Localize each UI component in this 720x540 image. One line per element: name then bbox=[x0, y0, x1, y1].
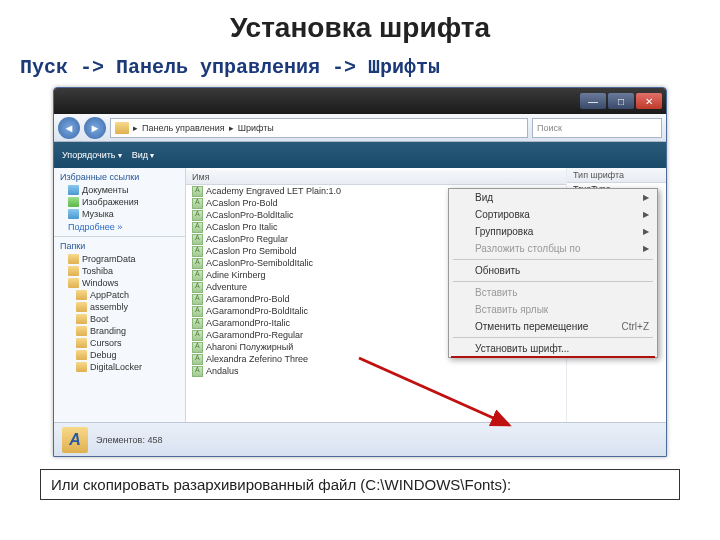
view-menu[interactable]: Вид bbox=[132, 150, 155, 160]
context-menu-item[interactable]: Группировка▶ bbox=[449, 223, 657, 240]
font-file-icon bbox=[192, 282, 203, 293]
folders-header: Папки bbox=[54, 236, 185, 253]
sidebar: Избранные ссылки ДокументыИзображенияМуз… bbox=[54, 168, 186, 422]
address-seg-2[interactable]: Шрифты bbox=[238, 123, 274, 133]
column-name-header[interactable]: Имя bbox=[186, 170, 566, 185]
folder-icon bbox=[76, 302, 87, 312]
link-icon bbox=[68, 185, 79, 195]
slide-title: Установка шрифта bbox=[0, 12, 720, 44]
titlebar: — □ ✕ bbox=[54, 88, 666, 114]
context-menu-item[interactable]: Отменить перемещениеCtrl+Z bbox=[449, 318, 657, 335]
font-file-icon bbox=[192, 222, 203, 233]
menu-separator bbox=[453, 259, 653, 260]
sidebar-folder-item[interactable]: Toshiba bbox=[54, 265, 185, 277]
folder-icon bbox=[76, 362, 87, 372]
menu-separator bbox=[453, 281, 653, 282]
sidebar-folder-item[interactable]: DigitalLocker bbox=[54, 361, 185, 373]
font-file-icon bbox=[192, 294, 203, 305]
back-button[interactable]: ◄ bbox=[58, 117, 80, 139]
context-menu-item[interactable]: Установить шрифт... bbox=[449, 340, 657, 357]
folder-icon bbox=[76, 314, 87, 324]
font-file-icon bbox=[192, 186, 203, 197]
submenu-arrow-icon: ▶ bbox=[643, 244, 649, 253]
folder-icon bbox=[68, 254, 79, 264]
context-menu-item[interactable]: Сортировка▶ bbox=[449, 206, 657, 223]
organize-menu[interactable]: Упорядочить bbox=[62, 150, 122, 160]
font-file-icon bbox=[192, 318, 203, 329]
link-icon bbox=[68, 209, 79, 219]
font-file-icon bbox=[192, 246, 203, 257]
fonts-folder-icon: A bbox=[62, 427, 88, 453]
font-file-icon bbox=[192, 258, 203, 269]
font-file-icon bbox=[192, 234, 203, 245]
font-file-icon bbox=[192, 354, 203, 365]
folder-icon bbox=[68, 278, 79, 288]
forward-button[interactable]: ► bbox=[84, 117, 106, 139]
toolbar: Упорядочить Вид bbox=[54, 142, 666, 168]
search-input[interactable]: Поиск bbox=[532, 118, 662, 138]
footer-note: Или скопировать разархивированный файл (… bbox=[40, 469, 680, 500]
sidebar-folder-item[interactable]: ProgramData bbox=[54, 253, 185, 265]
folder-icon bbox=[76, 290, 87, 300]
context-menu-item[interactable]: Вид▶ bbox=[449, 189, 657, 206]
folder-icon bbox=[68, 266, 79, 276]
font-file-icon bbox=[192, 330, 203, 341]
context-menu-item: Вставить bbox=[449, 284, 657, 301]
font-file-icon bbox=[192, 210, 203, 221]
submenu-arrow-icon: ▶ bbox=[643, 210, 649, 219]
context-menu-item[interactable]: Обновить bbox=[449, 262, 657, 279]
minimize-button[interactable]: — bbox=[580, 93, 606, 109]
folder-icon bbox=[76, 326, 87, 336]
sidebar-fav-item[interactable]: Музыка bbox=[54, 208, 185, 220]
sidebar-fav-item[interactable]: Документы bbox=[54, 184, 185, 196]
navbar: ◄ ► ▸ Панель управления ▸ Шрифты Поиск bbox=[54, 114, 666, 142]
sidebar-folder-item[interactable]: Boot bbox=[54, 313, 185, 325]
font-file-icon bbox=[192, 366, 203, 377]
font-file-icon bbox=[192, 306, 203, 317]
font-file-icon bbox=[192, 270, 203, 281]
status-text: Элементов: 458 bbox=[96, 435, 162, 445]
sidebar-folder-item[interactable]: Windows bbox=[54, 277, 185, 289]
statusbar: A Элементов: 458 bbox=[54, 422, 666, 456]
favorites-header: Избранные ссылки bbox=[54, 168, 185, 184]
link-icon bbox=[68, 197, 79, 207]
font-file-icon bbox=[192, 198, 203, 209]
sidebar-folder-item[interactable]: Branding bbox=[54, 325, 185, 337]
menu-separator bbox=[453, 337, 653, 338]
column-type-header[interactable]: Тип шрифта bbox=[567, 168, 666, 183]
close-button[interactable]: ✕ bbox=[636, 93, 662, 109]
address-bar[interactable]: ▸ Панель управления ▸ Шрифты bbox=[110, 118, 528, 138]
sidebar-fav-item[interactable]: Изображения bbox=[54, 196, 185, 208]
file-row[interactable]: Andalus bbox=[186, 365, 566, 377]
address-seg-1[interactable]: Панель управления bbox=[142, 123, 225, 133]
folder-icon bbox=[115, 122, 129, 134]
sidebar-folder-item[interactable]: Debug bbox=[54, 349, 185, 361]
submenu-arrow-icon: ▶ bbox=[643, 227, 649, 236]
sidebar-folder-item[interactable]: AppPatch bbox=[54, 289, 185, 301]
sidebar-folder-item[interactable]: assembly bbox=[54, 301, 185, 313]
context-menu-item: Вставить ярлык bbox=[449, 301, 657, 318]
more-link[interactable]: Подробнее » bbox=[54, 220, 185, 234]
folder-icon bbox=[76, 350, 87, 360]
folder-icon bbox=[76, 338, 87, 348]
sidebar-folder-item[interactable]: Cursors bbox=[54, 337, 185, 349]
submenu-arrow-icon: ▶ bbox=[643, 193, 649, 202]
maximize-button[interactable]: □ bbox=[608, 93, 634, 109]
context-menu-item: Разложить столбцы по▶ bbox=[449, 240, 657, 257]
context-menu: Вид▶Сортировка▶Группировка▶Разложить сто… bbox=[448, 188, 658, 358]
font-file-icon bbox=[192, 342, 203, 353]
explorer-window: — □ ✕ ◄ ► ▸ Панель управления ▸ Шрифты П… bbox=[53, 87, 667, 457]
breadcrumb-path: Пуск -> Панель управления -> Шрифты bbox=[20, 56, 720, 79]
